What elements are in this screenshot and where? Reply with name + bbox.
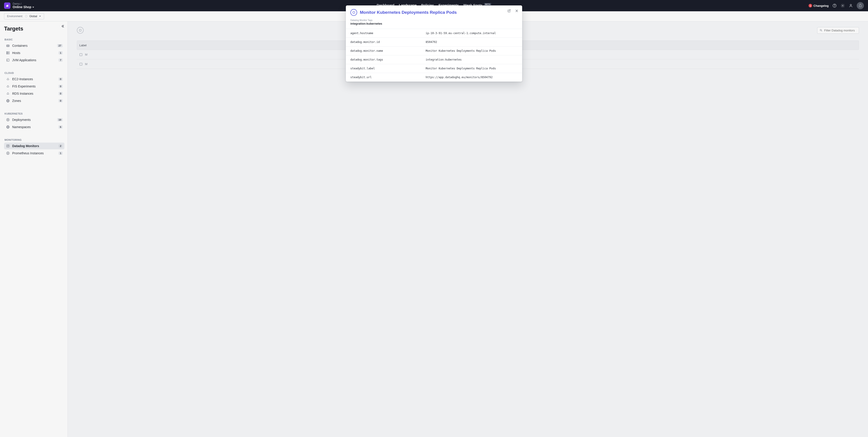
attr-key: steadybit.label <box>350 67 426 70</box>
modal-title: Monitor Kubernetes Deployments Replica P… <box>360 9 457 16</box>
attr-value: Monitor Kubernetes Deployments Replica P… <box>426 67 518 70</box>
modal-attribute-table: agent.hostnameip-10-3-91-59.eu-central-1… <box>346 29 522 82</box>
attr-value: integration:kubernetes <box>426 58 518 61</box>
attr-key: datadog.monitor.name <box>350 49 426 53</box>
attr-value: 8504792 <box>426 40 518 43</box>
attr-key: datadog.monitor.tags <box>350 58 426 61</box>
attr-key: agent.hostname <box>350 32 426 35</box>
attr-row: datadog.monitor.id8504792 <box>346 38 522 46</box>
attr-row: datadog.monitor.tagsintegration:kubernet… <box>346 55 522 64</box>
monitor-detail-modal: Monitor Kubernetes Deployments Replica P… <box>346 5 522 82</box>
attr-row: steadybit.urlhttps://app.datadoghq.eu/mo… <box>346 73 522 82</box>
tags-label: Datadog Monitor Tags <box>350 19 518 22</box>
tags-value: integration:kubernetes <box>350 22 382 25</box>
attr-row: agent.hostnameip-10-3-91-59.eu-central-1… <box>346 29 522 38</box>
target-icon <box>350 9 357 16</box>
attr-value: ip-10-3-91-59.eu-central-1.compute.inter… <box>426 32 518 35</box>
attr-row: datadog.monitor.nameMonitor Kubernetes D… <box>346 46 522 55</box>
attr-value: https://app.datadoghq.eu/monitors/850479… <box>426 76 518 79</box>
attr-key: datadog.monitor.id <box>350 40 426 43</box>
attr-value: Monitor Kubernetes Deployments Replica P… <box>426 49 518 53</box>
close-button[interactable] <box>515 9 519 13</box>
attr-key: steadybit.url <box>350 76 426 79</box>
open-external-button[interactable] <box>507 9 511 13</box>
attr-row: steadybit.labelMonitor Kubernetes Deploy… <box>346 64 522 73</box>
svg-rect-31 <box>353 11 355 13</box>
